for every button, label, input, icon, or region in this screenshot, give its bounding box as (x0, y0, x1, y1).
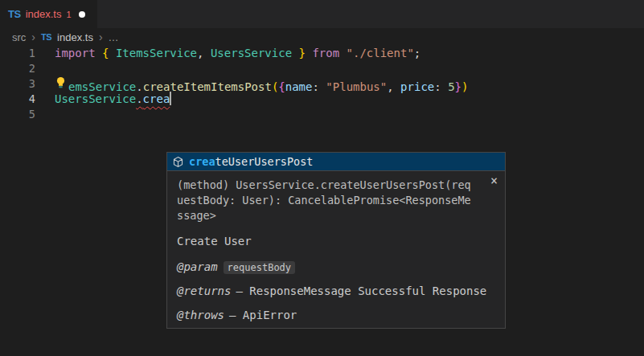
jsdoc-returns-line: @returns— ResponseMessage Successful Res… (177, 284, 495, 297)
code-token: ; (414, 47, 420, 59)
jsdoc-tag: @throws (177, 309, 224, 321)
breadcrumb-ellipsis[interactable]: … (109, 31, 119, 43)
code-token: ItemsService (116, 47, 197, 59)
code-text: import { ItemsService, UsersService } fr… (35, 46, 420, 61)
chevron-right-icon: › (99, 31, 103, 43)
suggestion-rest-text: teUserUsersPost (215, 155, 314, 168)
line-number: 4 (0, 92, 35, 107)
method-signature: (method) UsersService.createUserUsersPos… (177, 178, 495, 223)
breadcrumb-folder[interactable]: src (12, 31, 26, 43)
suggestion-label: createUserUsersPost (189, 154, 313, 170)
code-token: ) (461, 80, 468, 93)
signature-line: (method) UsersService.createUserUsersPos… (177, 178, 495, 193)
code-token: "./client" (347, 47, 414, 59)
code-token (96, 47, 102, 59)
param-name-chip: requestBody (224, 261, 295, 274)
code-line[interactable]: 4UsersService.crea (0, 92, 644, 107)
text-cursor (170, 92, 171, 105)
code-lines: 1import { ItemsService, UsersService } f… (0, 46, 644, 122)
code-editor[interactable]: 1import { ItemsService, UsersService } f… (0, 46, 644, 122)
code-token (339, 47, 346, 59)
line-number: 2 (0, 61, 35, 76)
suggestion-docs-panel: × (method) UsersService.createUserUsersP… (166, 170, 506, 329)
code-line[interactable]: 2 (0, 61, 644, 76)
code-token (441, 80, 448, 93)
close-icon[interactable]: × (490, 175, 498, 187)
jsdoc-tag: @returns (177, 284, 231, 297)
code-token: name (285, 80, 313, 93)
code-token: { (278, 80, 285, 93)
code-token: , (387, 80, 393, 93)
code-token: UsersService (55, 92, 136, 105)
chevron-right-icon: › (31, 31, 35, 43)
jsdoc-text: — ResponseMessage Successful Response (236, 284, 486, 297)
code-line[interactable]: 3emsService.createItemItemsPost({name: "… (0, 76, 644, 92)
code-token: 5 (448, 80, 454, 93)
breadcrumb-file[interactable]: index.ts (57, 31, 93, 43)
intellisense-widget: createUserUsersPost × (method) UsersServ… (166, 152, 506, 329)
code-token: "Plumbus" (326, 80, 387, 93)
suggestion-match-text: crea (189, 155, 215, 168)
code-token (394, 80, 400, 93)
lightbulb-icon[interactable] (55, 76, 68, 93)
suggestion-item-createUserUsersPost[interactable]: createUserUsersPost (166, 152, 506, 170)
typescript-file-icon: TS (41, 32, 51, 42)
unsaved-changes-dot-icon[interactable] (79, 11, 85, 18)
code-token: : (434, 80, 441, 93)
doc-description: Create User (177, 234, 495, 249)
code-text (35, 61, 55, 76)
tab-file-name: index.ts (26, 8, 62, 20)
breadcrumb: src › TS index.ts › … (0, 28, 644, 46)
method-symbol-icon (172, 156, 184, 168)
signature-line: uestBody: User): CancelablePromise<Respo… (177, 193, 495, 208)
code-token: import (55, 47, 96, 59)
jsdoc-tag: @param (177, 260, 218, 273)
code-text (35, 107, 55, 122)
code-token: from (312, 47, 339, 59)
code-token: : (312, 80, 318, 93)
tab-bar: TS index.ts 1 (0, 0, 644, 28)
tab-index-ts[interactable]: TS index.ts 1 (0, 0, 97, 28)
code-token (203, 47, 210, 59)
code-token (292, 47, 298, 59)
code-text: UsersService.crea (35, 92, 171, 107)
jsdoc-text: — ApiError (229, 309, 297, 321)
line-number: 3 (0, 76, 35, 92)
jsdoc-param-line: @paramrequestBody (177, 260, 495, 273)
code-line[interactable]: 1import { ItemsService, UsersService } f… (0, 46, 644, 61)
code-token: crea (143, 92, 170, 105)
signature-line: ssage> (177, 208, 495, 223)
code-token: UsersService (211, 47, 292, 59)
code-text: emsService.createItemItemsPost({name: "P… (35, 76, 468, 92)
typescript-file-icon: TS (8, 8, 21, 20)
code-line[interactable]: 5 (0, 107, 644, 122)
jsdoc-throws-line: @throws— ApiError (177, 308, 495, 321)
tab-problem-count: 1 (66, 10, 71, 19)
line-number: 5 (0, 107, 35, 122)
code-token: . (136, 92, 142, 105)
code-token: } (299, 47, 306, 59)
code-token: price (400, 80, 434, 93)
code-token (109, 47, 115, 59)
code-token: } (455, 80, 461, 93)
line-number: 1 (0, 46, 35, 61)
